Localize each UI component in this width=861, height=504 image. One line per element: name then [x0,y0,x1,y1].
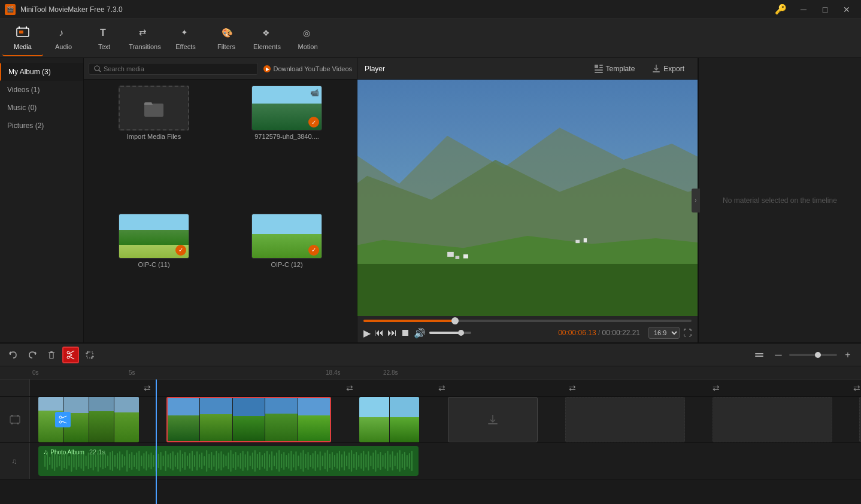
clip-oip12[interactable] [359,397,419,442]
svg-line-41 [69,356,74,359]
toolbar-filters[interactable]: 🎨 Filters [206,20,247,56]
svg-rect-182 [332,452,333,470]
svg-rect-101 [136,453,137,469]
timeline-toolbar: ─ + [0,344,861,366]
svg-rect-95 [122,454,123,467]
toolbar-motion[interactable]: ◎ Motion [287,20,328,56]
download-youtube-btn[interactable]: ▶ Download YouTube Videos [263,65,353,73]
play-button[interactable]: ▶ [363,327,371,339]
svg-rect-67 [54,451,55,471]
crop-button[interactable] [81,347,98,363]
svg-rect-142 [235,452,237,470]
svg-rect-209 [397,453,398,469]
progress-bar[interactable] [363,320,692,322]
empty-slot-1[interactable] [448,397,538,442]
svg-rect-169 [300,453,301,469]
search-input[interactable] [104,65,175,72]
audio-clip[interactable]: ♫ Photo Album 22.1s [38,446,419,476]
fullscreen-button[interactable]: ⛶ [683,328,692,338]
toolbar-transitions[interactable]: ⇄ Transitions [125,20,165,56]
svg-line-12 [99,70,101,72]
svg-rect-131 [208,454,210,468]
sidebar-music-label: Music (0) [7,104,37,112]
collapse-panel-button[interactable]: › [692,189,700,212]
svg-line-58 [62,416,66,418]
svg-rect-89 [107,456,108,466]
maximize-button[interactable]: □ [815,4,835,16]
svg-rect-15 [144,104,163,117]
empty-slot-3[interactable] [713,397,832,442]
svg-rect-32 [357,80,698,316]
toolbar-audio[interactable]: ♪ Audio [43,20,84,56]
svg-rect-110 [158,454,159,468]
trans-arrow-2[interactable]: ⇄ [346,379,353,396]
oip12-media-item[interactable]: ✓ OIP-C (12) [223,214,351,337]
sidebar-item-my-album[interactable]: My Album (3) [0,63,83,81]
empty-slot-2[interactable] [565,397,685,442]
prev-button[interactable]: ⏮ [374,327,384,338]
svg-rect-127 [199,454,200,467]
window-controls: ─ □ ✕ [794,4,856,16]
clip-uhd[interactable] [166,397,331,442]
download-icon: ▶ [263,65,271,73]
svg-rect-80 [86,456,87,466]
svg-text:♪: ♪ [59,28,63,38]
filters-icon: 🎨 [220,26,233,42]
aspect-ratio-select[interactable]: 16:9 4:3 1:1 [648,327,680,339]
svg-rect-156 [269,454,270,467]
sidebar-item-music[interactable]: Music (0) [0,99,83,117]
minimize-button[interactable]: ─ [794,4,813,16]
controls-row: ▶ ⏮ ⏭ ⏹ 🔊 00:00:06.13 / 00:00:22.21 [363,327,692,339]
volume-button[interactable]: 🔊 [414,327,426,339]
clip-oip11[interactable] [38,397,139,442]
close-button[interactable]: ✕ [837,4,856,16]
svg-rect-196 [365,454,366,467]
svg-rect-145 [242,451,244,471]
svg-rect-17 [599,65,603,66]
toolbar-text[interactable]: T Text [84,20,125,56]
toolbar-audio-label: Audio [55,43,72,50]
zoom-controls: ─ + [770,347,856,363]
trans-arrow-3[interactable]: ⇄ [438,379,445,396]
volume-slider[interactable] [429,332,471,334]
sidebar-item-pictures[interactable]: Pictures (2) [0,117,83,135]
toolbar-effects[interactable]: ✦ Effects [165,20,206,56]
redo-button[interactable] [24,347,41,363]
next-button[interactable]: ⏭ [387,327,397,338]
undo-button[interactable] [5,347,22,363]
uhd-thumb: 📹 ✓ [251,86,322,130]
trans-arrow-4[interactable]: ⇄ [569,379,576,396]
svg-rect-86 [100,454,101,467]
sidebar-item-videos[interactable]: Videos (1) [0,81,83,99]
cut-button[interactable] [62,347,79,363]
svg-line-40 [69,351,74,354]
import-media-item[interactable]: Import Media Files [90,86,218,209]
zoom-slider[interactable] [789,354,837,356]
trans-arrow-5[interactable]: ⇄ [713,379,720,396]
uhd-media-item[interactable]: 📹 ✓ 9712579-uhd_3840.... [223,86,351,209]
video-track-content [30,397,861,442]
trans-arrow-1[interactable]: ⇄ [144,379,151,396]
export-button[interactable]: Export [645,62,690,76]
waveform-svg [38,446,419,476]
toolbar-text-label: Text [98,43,110,50]
add-track-button[interactable] [751,347,768,363]
template-button[interactable]: Template [588,62,641,76]
trans-arrow-6[interactable]: ⇄ [853,379,860,396]
svg-line-42 [69,353,72,355]
svg-rect-71 [63,454,65,468]
delete-button[interactable] [43,347,60,363]
svg-rect-207 [392,451,393,470]
zoom-out-button[interactable]: ─ [770,347,787,363]
elements-icon: ❖ [260,26,274,42]
svg-rect-82 [90,454,92,468]
stop-button[interactable]: ⏹ [401,327,410,338]
oip11-media-item[interactable]: ✓ OIP-C (11) [90,214,218,337]
zoom-in-button[interactable]: + [839,347,856,363]
svg-rect-87 [102,453,104,469]
toolbar-media[interactable]: Media [2,20,43,56]
toolbar-elements[interactable]: ❖ Elements [247,20,287,56]
time-current: 00:00:06.13 [558,329,596,337]
zoom-thumb [815,352,821,358]
ruler-mark-5s: 5s [129,369,135,376]
